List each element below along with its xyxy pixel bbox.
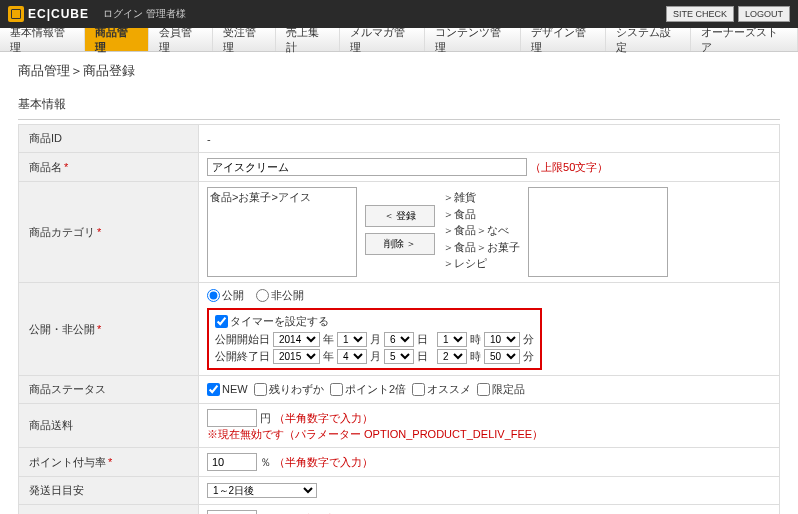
timer-end-month[interactable]: 4	[337, 349, 367, 364]
mainnav-item-9[interactable]: オーナーズストア	[691, 28, 798, 51]
timer-end-year[interactable]: 2015	[273, 349, 320, 364]
status-rec-text: オススメ	[427, 382, 471, 397]
salelimit-input[interactable]	[207, 510, 257, 514]
category-tree-item-0[interactable]: ＞雑貨	[443, 189, 520, 206]
unit-hour-1: 時	[470, 332, 481, 347]
breadcrumb: 商品管理＞商品登録	[0, 52, 798, 90]
timer-end-day[interactable]: 5	[384, 349, 414, 364]
point-req: *	[108, 456, 112, 468]
category-selected-item[interactable]: 食品>お菓子>アイス	[210, 190, 354, 205]
status-new-checkbox[interactable]: NEW	[207, 383, 248, 396]
category-delete-button[interactable]: 削除 ＞	[365, 233, 435, 255]
timer-start-day[interactable]: 6	[384, 332, 414, 347]
publish-public-radio[interactable]: 公開	[207, 288, 244, 303]
status-left-checkbox[interactable]: 残りわずか	[254, 382, 324, 397]
product-name-input[interactable]	[207, 158, 527, 176]
status-ltd-input[interactable]	[477, 383, 490, 396]
timer-end-hour[interactable]: 2	[437, 349, 467, 364]
timer-end-min[interactable]: 50	[484, 349, 520, 364]
login-user-label: ログイン 管理者様	[103, 7, 186, 21]
timer-enable-checkbox[interactable]: タイマーを設定する	[215, 314, 329, 329]
status-rec-checkbox[interactable]: オススメ	[412, 382, 471, 397]
category-tree-item-4[interactable]: ＞レシピ	[443, 255, 520, 272]
timer-start-year[interactable]: 2014	[273, 332, 320, 347]
row-product-id-label: 商品ID	[19, 125, 199, 153]
mainnav-item-7[interactable]: デザイン管理	[521, 28, 606, 51]
row-deliv-cell: 1～2日後	[199, 477, 780, 505]
category-available-list[interactable]	[528, 187, 668, 277]
row-product-name-cell: （上限50文字）	[199, 153, 780, 182]
row-product-name-label: 商品名*	[19, 153, 199, 182]
publish-private-radio-input[interactable]	[256, 289, 269, 302]
shipping-input[interactable]	[207, 409, 257, 427]
category-tree-item-1[interactable]: ＞食品	[443, 206, 520, 223]
status-pt2-text: ポイント2倍	[345, 382, 406, 397]
row-salelimit-cell: （半角数字で入力）	[199, 505, 780, 515]
category-tree-item-2[interactable]: ＞食品＞なべ	[443, 222, 520, 239]
category-tree-item-3[interactable]: ＞食品＞お菓子	[443, 239, 520, 256]
publish-public-radio-input[interactable]	[207, 289, 220, 302]
row-salelimit-label: 販売制限数	[19, 505, 199, 515]
category-register-button[interactable]: ＜ 登録	[365, 205, 435, 227]
status-ltd-checkbox[interactable]: 限定品	[477, 382, 525, 397]
mainnav-item-1[interactable]: 商品管理	[85, 28, 149, 51]
publish-private-radio[interactable]: 非公開	[256, 288, 304, 303]
mainnav-item-4[interactable]: 売上集計	[276, 28, 340, 51]
point-note: （半角数字で入力）	[274, 456, 373, 468]
timer-enable-checkbox-input[interactable]	[215, 315, 228, 328]
logo-text: EC|CUBE	[28, 7, 89, 21]
status-rec-input[interactable]	[412, 383, 425, 396]
mainnav-item-2[interactable]: 会員管理	[149, 28, 213, 51]
category-label-text: 商品カテゴリ	[29, 226, 95, 238]
publish-label-text: 公開・非公開	[29, 323, 95, 335]
status-pt2-input[interactable]	[330, 383, 343, 396]
row-status-label: 商品ステータス	[19, 376, 199, 404]
shipping-unit: 円	[260, 412, 271, 424]
form-table: 商品ID - 商品名* （上限50文字） 商品カテゴリ* 食品>お菓子>アイス	[18, 124, 780, 514]
logo-icon	[8, 6, 24, 22]
timer-start-row: 公開開始日 2014年 1月 6日 1時 10分	[215, 332, 534, 347]
timer-label-text: タイマーを設定する	[230, 314, 329, 329]
product-name-label-text: 商品名	[29, 161, 62, 173]
point-input[interactable]	[207, 453, 257, 471]
category-selected-list[interactable]: 食品>お菓子>アイス	[207, 187, 357, 277]
mainnav-item-3[interactable]: 受注管理	[213, 28, 277, 51]
status-new-input[interactable]	[207, 383, 220, 396]
unit-min-2: 分	[523, 349, 534, 364]
timer-end-label: 公開終了日	[215, 349, 270, 364]
unit-day-2: 日	[417, 349, 428, 364]
row-point-cell: ％ （半角数字で入力）	[199, 448, 780, 477]
mainnav-item-6[interactable]: コンテンツ管理	[425, 28, 521, 51]
site-check-button[interactable]: SITE CHECK	[666, 6, 734, 22]
timer-start-min[interactable]: 10	[484, 332, 520, 347]
row-publish-label: 公開・非公開*	[19, 283, 199, 376]
mainnav-item-0[interactable]: 基本情報管理	[0, 28, 85, 51]
publish-private-text: 非公開	[271, 288, 304, 303]
status-left-input[interactable]	[254, 383, 267, 396]
timer-start-hour[interactable]: 1	[437, 332, 467, 347]
point-label-text: ポイント付与率	[29, 456, 106, 468]
logout-button[interactable]: LOGOUT	[738, 6, 790, 22]
row-shipping-cell: 円 （半角数字で入力） ※現在無効です（パラメーター OPTION_PRODUC…	[199, 404, 780, 448]
deliv-select[interactable]: 1～2日後	[207, 483, 317, 498]
category-tree-list: ＞雑貨＞食品＞食品＞なべ＞食品＞お菓子＞レシピ	[443, 187, 520, 272]
status-pt2-checkbox[interactable]: ポイント2倍	[330, 382, 406, 397]
row-point-label: ポイント付与率*	[19, 448, 199, 477]
timer-box: タイマーを設定する 公開開始日 2014年 1月 6日 1時 10分 公開終了日…	[207, 308, 542, 370]
row-category-cell: 食品>お菓子>アイス ＜ 登録 削除 ＞ ＞雑貨＞食品＞食品＞なべ＞食品＞お菓子…	[199, 182, 780, 283]
shipping-note: （半角数字で入力）	[274, 412, 373, 424]
timer-start-month[interactable]: 1	[337, 332, 367, 347]
shipping-warn: ※現在無効です（パラメーター OPTION_PRODUCT_DELIV_FEE）	[207, 428, 543, 440]
unit-year-2: 年	[323, 349, 334, 364]
point-unit: ％	[260, 456, 271, 468]
logo: EC|CUBE	[8, 6, 89, 22]
mainnav-item-8[interactable]: システム設定	[606, 28, 691, 51]
unit-year-1: 年	[323, 332, 334, 347]
product-name-req: *	[64, 161, 68, 173]
header-actions: SITE CHECK LOGOUT	[666, 6, 790, 22]
unit-day-1: 日	[417, 332, 428, 347]
timer-start-label: 公開開始日	[215, 332, 270, 347]
row-publish-cell: 公開 非公開 タイマーを設定する 公開開始日 2014年 1月 6日 1時 10…	[199, 283, 780, 376]
section-basic-title: 基本情報	[18, 90, 780, 120]
mainnav-item-5[interactable]: メルマガ管理	[340, 28, 425, 51]
